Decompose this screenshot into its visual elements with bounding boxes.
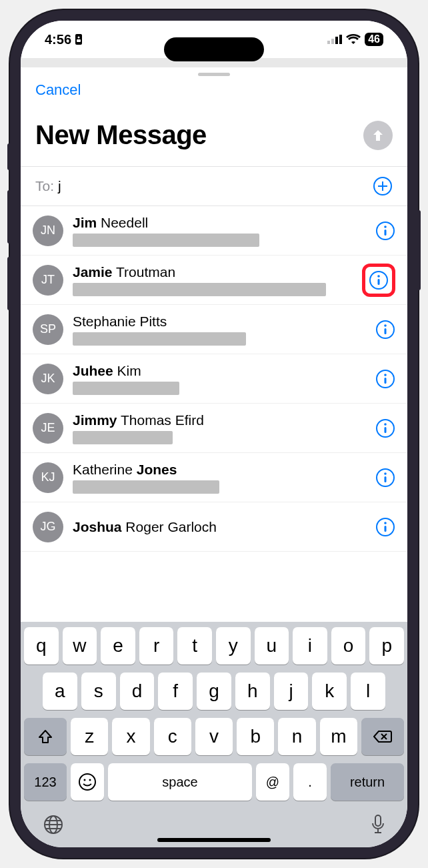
contact-row[interactable]: KJKatherine Jones <box>21 453 407 502</box>
svg-point-18 <box>384 374 387 376</box>
svg-point-24 <box>384 472 387 475</box>
phone-frame: 4:56 46 Cancel New Message <box>10 10 418 858</box>
at-key[interactable]: @ <box>256 763 289 801</box>
contact-name: Jamie Troutman <box>73 264 353 280</box>
arrow-up-icon <box>371 128 385 143</box>
contact-row[interactable]: SPStephanie Pitts <box>21 305 407 354</box>
contact-avatar: KJ <box>33 462 63 493</box>
space-key[interactable]: space <box>108 763 252 801</box>
send-button[interactable] <box>363 121 393 150</box>
key-f[interactable]: f <box>158 673 193 710</box>
key-s[interactable]: s <box>81 673 116 710</box>
globe-key[interactable] <box>43 814 64 835</box>
battery-indicator: 46 <box>365 33 383 46</box>
contact-suggestions: JNJim NeedellJTJamie TroutmanSPStephanie… <box>21 206 407 552</box>
contact-main: Joshua Roger Garloch <box>73 518 366 535</box>
svg-point-21 <box>384 423 387 426</box>
key-q[interactable]: q <box>24 627 59 665</box>
key-w[interactable]: w <box>63 627 97 665</box>
add-contact-button[interactable] <box>373 176 393 196</box>
svg-point-27 <box>384 522 387 524</box>
key-j[interactable]: j <box>274 673 309 710</box>
key-z[interactable]: z <box>71 718 108 755</box>
to-input[interactable]: j <box>58 178 373 194</box>
svg-rect-10 <box>385 230 387 236</box>
info-button[interactable] <box>375 517 395 537</box>
key-v[interactable]: v <box>195 718 233 755</box>
return-key[interactable]: return <box>331 763 404 801</box>
backspace-key[interactable] <box>361 718 404 755</box>
key-i[interactable]: i <box>293 627 327 665</box>
svg-rect-5 <box>335 37 338 44</box>
compose-sheet: Cancel New Message To: j JNJim NeedellJT… <box>21 73 407 552</box>
key-n[interactable]: n <box>278 718 315 755</box>
info-button[interactable] <box>375 369 395 389</box>
key-b[interactable]: b <box>237 718 274 755</box>
info-button[interactable] <box>375 221 395 241</box>
key-u[interactable]: u <box>255 627 289 665</box>
key-m[interactable]: m <box>320 718 357 755</box>
contact-main: Juhee Kim <box>73 362 366 394</box>
emoji-key[interactable] <box>71 763 104 801</box>
to-field-row[interactable]: To: j <box>21 166 407 206</box>
contact-main: Katherine Jones <box>73 461 366 493</box>
to-label: To: <box>35 178 54 194</box>
contact-row[interactable]: JTJamie Troutman <box>21 256 407 305</box>
key-o[interactable]: o <box>331 627 366 665</box>
key-p[interactable]: p <box>369 627 404 665</box>
key-e[interactable]: e <box>101 627 135 665</box>
contact-avatar: JE <box>33 413 63 444</box>
info-button[interactable] <box>375 418 395 438</box>
dot-key[interactable]: . <box>293 763 327 801</box>
key-y[interactable]: y <box>216 627 251 665</box>
key-a[interactable]: a <box>43 673 77 710</box>
cancel-button[interactable]: Cancel <box>35 81 81 98</box>
svg-rect-22 <box>385 427 387 433</box>
key-t[interactable]: t <box>177 627 212 665</box>
contact-row[interactable]: JNJim Needell <box>21 206 407 256</box>
key-r[interactable]: r <box>139 627 174 665</box>
svg-rect-13 <box>378 279 380 285</box>
number-key[interactable]: 123 <box>24 763 67 801</box>
contact-avatar: JN <box>33 215 63 246</box>
contact-avatar: SP <box>33 314 63 345</box>
contact-avatar: JG <box>33 512 63 542</box>
contact-avatar: JT <box>33 265 63 296</box>
shift-key[interactable] <box>24 718 67 755</box>
svg-rect-3 <box>327 41 330 44</box>
key-x[interactable]: x <box>112 718 149 755</box>
contact-main: Jimmy Thomas Efird <box>73 412 366 444</box>
contact-row[interactable]: JEJimmy Thomas Efird <box>21 404 407 453</box>
key-h[interactable]: h <box>235 673 270 710</box>
id-card-icon <box>74 33 83 45</box>
info-button-highlighted[interactable] <box>362 264 395 297</box>
mic-key[interactable] <box>371 814 385 835</box>
contact-main: Jamie Troutman <box>73 264 353 296</box>
backspace-icon <box>373 730 392 743</box>
emoji-icon <box>78 773 97 791</box>
key-d[interactable]: d <box>120 673 155 710</box>
contact-name: Stephanie Pitts <box>73 313 366 330</box>
key-c[interactable]: c <box>154 718 191 755</box>
key-g[interactable]: g <box>197 673 231 710</box>
key-l[interactable]: l <box>351 673 385 710</box>
svg-rect-28 <box>385 526 387 532</box>
contact-name: Katherine Jones <box>73 461 366 478</box>
info-button[interactable] <box>375 468 395 488</box>
svg-point-15 <box>384 324 387 327</box>
wifi-icon <box>346 34 361 45</box>
svg-point-29 <box>79 774 95 790</box>
home-indicator[interactable] <box>157 838 271 842</box>
contact-row[interactable]: JKJuhee Kim <box>21 354 407 404</box>
redacted-subtitle <box>73 234 259 247</box>
key-k[interactable]: k <box>312 673 347 710</box>
svg-point-30 <box>84 779 86 781</box>
info-button[interactable] <box>375 320 395 340</box>
svg-point-12 <box>377 275 380 278</box>
redacted-subtitle <box>73 431 173 444</box>
status-time: 4:56 <box>45 32 71 47</box>
svg-rect-25 <box>385 476 387 482</box>
contact-name: Jim Needell <box>73 214 366 231</box>
contact-row[interactable]: JGJoshua Roger Garloch <box>21 502 407 552</box>
shift-icon <box>37 729 53 745</box>
